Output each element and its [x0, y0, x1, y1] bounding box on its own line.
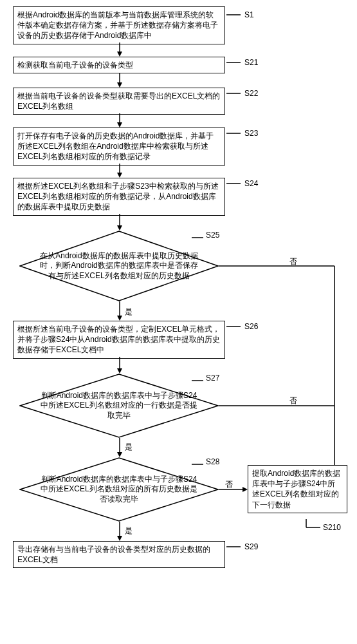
- step-s22: 根据当前电子设备的设备类型获取需要导出的EXCEL文档的EXCEL列名数组: [13, 88, 225, 115]
- svg-marker-8: [117, 122, 122, 128]
- step-s26: 根据所述当前电子设备的设备类型，定制EXCEL单元格式，并将子步骤S24中从An…: [13, 321, 225, 359]
- step-text: 提取Android数据库的数据库表中与子步骤S24中所述EXCEL列名数组对应的…: [252, 469, 340, 509]
- arrow-s27-no-h: [219, 405, 334, 406]
- decision-text: 在从Android数据库的数据库表中提取历史数据时，判断Android数据库的数…: [37, 251, 201, 281]
- step-text: 根据所述EXCEL列名数组和子步骤S23中检索获取的与所述EXCEL列名数组相对…: [17, 182, 219, 211]
- label-s1: S1: [244, 10, 254, 19]
- svg-marker-5: [117, 82, 122, 88]
- branch-s28-yes: 是: [125, 526, 133, 536]
- svg-marker-31: [117, 536, 122, 541]
- label-s25: S25: [206, 231, 219, 240]
- svg-marker-14: [117, 225, 122, 231]
- line-s26: [226, 326, 246, 327]
- svg-marker-2: [117, 52, 122, 57]
- svg-marker-11: [117, 173, 122, 178]
- step-text: 根据Android数据库的当前版本与当前数据库管理系统的软件版本确定数据存储方案…: [17, 10, 218, 40]
- line-s22: [226, 93, 246, 94]
- line-s23: [226, 133, 246, 134]
- svg-marker-18: [117, 316, 122, 321]
- arrow-s25-no-h: [219, 265, 334, 267]
- line-s28: [192, 464, 207, 465]
- label-s26: S26: [244, 322, 258, 331]
- label-s22: S22: [244, 89, 258, 98]
- label-s21: S21: [244, 58, 258, 67]
- label-s29: S29: [244, 542, 258, 551]
- step-text: 根据所述当前电子设备的设备类型，定制EXCEL单元格式，并将子步骤S24中从An…: [17, 325, 220, 354]
- arrow-s27-s28: [116, 438, 124, 457]
- decision-s28: 判断Android数据库的数据库表中与子步骤S24中所述EXCEL列名数组对应的…: [19, 457, 219, 522]
- line-s24: [226, 183, 246, 184]
- step-text: 打开保存有电子设备的历史数据的Android数据库，并基于所述EXCEL列名数组…: [17, 131, 214, 161]
- label-s28: S28: [206, 457, 219, 466]
- step-text: 导出存储有与当前电子设备的设备类型对应的历史数据的EXCEL文档: [17, 545, 210, 564]
- line-s27: [192, 380, 207, 381]
- branch-s25-yes: 是: [125, 307, 133, 317]
- arrow-s26-s27: [116, 357, 124, 374]
- line-s1: [226, 14, 246, 15]
- label-s27: S27: [206, 374, 219, 383]
- step-text: 检测获取当前电子设备的设备类型: [17, 61, 133, 70]
- svg-marker-22: [117, 368, 122, 374]
- rail-to-s210: [302, 457, 336, 466]
- step-s29: 导出存储有与当前电子设备的设备类型对应的历史数据的EXCEL文档: [13, 541, 225, 568]
- step-s1: 根据Android数据库的当前版本与当前数据库管理系统的软件版本确定数据存储方案…: [13, 6, 225, 44]
- step-s210: 提取Android数据库的数据库表中与子步骤S24中所述EXCEL列名数组对应的…: [248, 465, 347, 513]
- arrow-s28-no-h: [219, 489, 248, 495]
- step-s24: 根据所述EXCEL列名数组和子步骤S23中检索获取的与所述EXCEL列名数组相对…: [13, 178, 225, 216]
- arrow-s1-s21: [116, 43, 124, 57]
- svg-marker-33: [243, 487, 248, 492]
- arrow-s28-s29: [116, 522, 124, 541]
- label-s24: S24: [244, 179, 258, 188]
- line-s29: [226, 546, 246, 547]
- svg-marker-26: [117, 452, 122, 457]
- label-s210: S210: [323, 523, 341, 532]
- flowchart-container: 根据Android数据库的当前版本与当前数据库管理系统的软件版本确定数据存储方案…: [6, 6, 351, 638]
- arrow-s22-s23: [116, 113, 124, 128]
- decision-text: 判断Android数据库的数据库表中与子步骤S24中所述EXCEL列名数组对应的…: [37, 391, 201, 421]
- line-s21: [226, 62, 246, 63]
- vertical-rail: [334, 266, 335, 465]
- arrow-s25-s26: [116, 301, 124, 321]
- arrow-s24-s25: [116, 214, 124, 231]
- branch-s27-yes: 是: [125, 442, 133, 453]
- decision-s27: 判断Android数据库的数据库表中与子步骤S24中所述EXCEL列名数组对应的…: [19, 374, 219, 438]
- arrow-s21-s22: [116, 73, 124, 88]
- decision-s25: 在从Android数据库的数据库表中提取历史数据时，判断Android数据库的数…: [19, 231, 219, 301]
- step-s23: 打开保存有电子设备的历史数据的Android数据库，并基于所述EXCEL列名数组…: [13, 128, 225, 166]
- line-s210: [306, 518, 325, 531]
- label-s23: S23: [244, 129, 258, 138]
- decision-text: 判断Android数据库的数据库表中与子步骤S24中所述EXCEL列名数组对应的…: [37, 475, 201, 505]
- line-s25: [192, 237, 207, 238]
- step-s21: 检测获取当前电子设备的设备类型: [13, 57, 225, 73]
- step-text: 根据当前电子设备的设备类型获取需要导出的EXCEL文档的EXCEL列名数组: [17, 91, 220, 111]
- arrow-s23-s24: [116, 164, 124, 178]
